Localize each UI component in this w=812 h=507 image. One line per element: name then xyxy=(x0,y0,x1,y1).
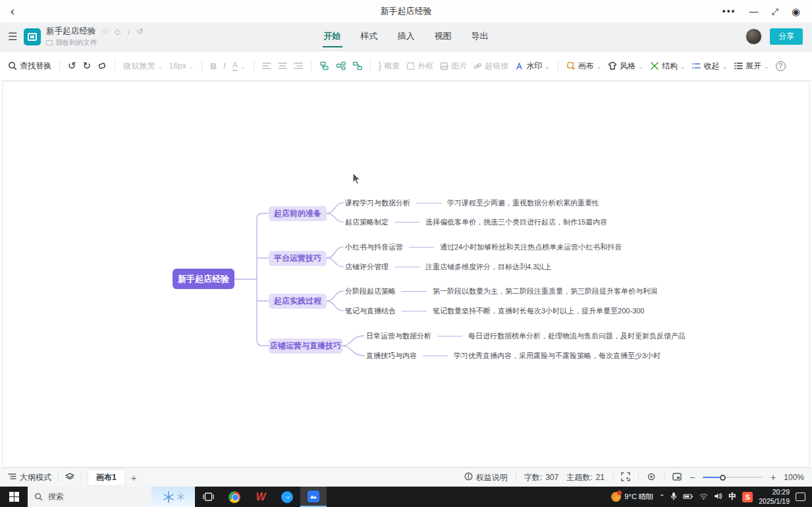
font-size-select[interactable]: 16px⌄ xyxy=(169,61,194,70)
tray-expand-icon[interactable]: ⌃ xyxy=(659,493,664,500)
subtopic-detail[interactable]: 学习课程至少两遍，重视数据分析积累的重要性 xyxy=(447,198,599,208)
clock[interactable]: 20:29 2025/1/19 xyxy=(759,488,790,505)
back-button[interactable]: ‹ xyxy=(11,5,26,18)
redo-icon[interactable]: ↻ xyxy=(83,60,92,72)
canvas-tab[interactable]: 画布1 xyxy=(88,470,124,485)
subtopic-detail[interactable]: 通过24小时加够粉丝和关注热点榜单来运营小红书和抖音 xyxy=(440,242,622,252)
align-center-icon[interactable] xyxy=(278,62,287,70)
subtopic-detail[interactable]: 每日进行数据榜单分析，处理物流与售后问题，及时更新负反馈产品 xyxy=(468,331,686,341)
ime-indicator[interactable]: 中 xyxy=(728,491,736,502)
help-icon[interactable]: ? xyxy=(776,61,786,71)
tab-start[interactable]: 开始 xyxy=(323,26,342,47)
microphone-icon[interactable] xyxy=(670,492,677,502)
weather-widget-snow[interactable] xyxy=(151,487,195,507)
font-color-button[interactable]: A⌄ xyxy=(232,61,246,71)
subtopic-label[interactable]: 小红书与抖音运营 xyxy=(345,242,403,252)
subtopic-detail[interactable]: 笔记数量坚持不断，直播时长每次3小时以上，提升单量至200-300 xyxy=(433,306,645,316)
mindmap-subtopic-row[interactable]: 小红书与抖音运营通过24小时加够粉丝和关注热点榜单来运营小红书和抖音 xyxy=(345,241,622,253)
document-location[interactable]: 我收到的文件 xyxy=(55,38,97,47)
mindmap-subtopic-row[interactable]: 笔记与直播结合笔记数量坚持不断，直播时长每次3小时以上，提升单量至200-300 xyxy=(345,305,645,317)
menu-icon[interactable]: ☰ xyxy=(8,30,17,43)
watermark-button[interactable]: 水印⌄ xyxy=(515,61,550,72)
layers-icon[interactable] xyxy=(65,473,74,483)
tag-icon[interactable]: ◇ xyxy=(115,27,121,36)
mindmap-subtopic-row[interactable]: 日常运营与数据分析每日进行数据榜单分析，处理物流与售后问题，及时更新负反馈产品 xyxy=(366,330,686,342)
subtopic-label[interactable]: 分阶段起店策略 xyxy=(345,286,396,296)
mindmap-branch-node[interactable]: 店铺运营与直播技巧 xyxy=(269,338,342,354)
fullscreen-icon[interactable] xyxy=(621,472,630,483)
add-canvas-button[interactable]: + xyxy=(131,472,137,483)
locate-center-icon[interactable] xyxy=(647,472,656,483)
zoom-slider[interactable] xyxy=(703,475,763,481)
mindmap-subtopic-row[interactable]: 直播技巧与内容学习优秀直播内容，采用露脸与不露脸策略，每次直播至少3小时 xyxy=(366,350,661,361)
tab-style[interactable]: 样式 xyxy=(360,26,379,47)
subtopic-label[interactable]: 笔记与直播结合 xyxy=(345,306,396,316)
favorite-star-icon[interactable]: ☆ xyxy=(101,27,109,36)
font-family-select[interactable]: 微软雅黑⌄ xyxy=(123,61,163,72)
align-right-icon[interactable] xyxy=(294,62,303,70)
mindmap-subtopic-row[interactable]: 课程学习与数据分析学习课程至少两遍，重视数据分析积累的重要性 xyxy=(345,197,599,209)
weather-status[interactable]: 9°C 晴朗 xyxy=(611,492,653,502)
tab-export[interactable]: 导出 xyxy=(470,26,490,47)
wifi-icon[interactable] xyxy=(699,493,708,501)
taskbar-search-input[interactable]: 搜索 xyxy=(28,487,151,507)
start-button[interactable] xyxy=(0,487,28,507)
notification-center-icon[interactable] xyxy=(796,493,805,501)
italic-button[interactable]: I xyxy=(223,61,226,71)
subtopic-label[interactable]: 起店策略制定 xyxy=(345,217,389,227)
download-icon[interactable]: ↓ xyxy=(126,27,130,36)
subtopic-detail[interactable]: 选择偏低客单价，挑选三个类目进行起店，制作15篇内容 xyxy=(425,217,607,227)
user-avatar[interactable] xyxy=(745,28,762,45)
subtopic-label[interactable]: 店铺评分管理 xyxy=(345,262,389,272)
canvas-button[interactable]: 画布⌄ xyxy=(566,61,602,72)
chrome-taskbar-icon[interactable] xyxy=(221,487,248,507)
image-button[interactable]: 图片 xyxy=(440,61,467,72)
subtopic-label[interactable]: 课程学习与数据分析 xyxy=(345,198,410,208)
rights-info-button[interactable]: 权益说明 xyxy=(464,472,508,483)
mindmap-app-taskbar-icon[interactable] xyxy=(300,487,327,507)
share-button[interactable]: 分享 xyxy=(770,28,803,45)
subtopic-detail[interactable]: 第一阶段以数量为主，第二阶段注重质量，第三阶段提升客单价与利润 xyxy=(433,286,657,296)
speaker-icon[interactable] xyxy=(714,493,722,501)
outline-mode-button[interactable]: 大纲模式 xyxy=(8,472,51,483)
sogou-input-icon[interactable]: S xyxy=(742,492,753,502)
summary-button[interactable]: }概要 xyxy=(379,61,400,72)
subtopic-label[interactable]: 日常运营与数据分析 xyxy=(366,331,431,341)
format-painter-icon[interactable] xyxy=(97,61,107,70)
subtopic-label[interactable]: 直播技巧与内容 xyxy=(366,351,417,361)
dingtalk-taskbar-icon[interactable] xyxy=(274,487,300,507)
bold-button[interactable]: B xyxy=(210,61,216,71)
subtopic-detail[interactable]: 注重店铺多维度评分，目标达到4.3以上 xyxy=(425,262,551,272)
frame-button[interactable]: 外框 xyxy=(406,61,433,72)
insert-child-node-icon[interactable] xyxy=(336,61,346,70)
collapse-button[interactable]: 收起⌄ xyxy=(691,61,727,72)
minimap-icon[interactable] xyxy=(672,473,682,483)
expand-button[interactable]: 展开⌄ xyxy=(734,61,769,72)
tab-view[interactable]: 视图 xyxy=(433,26,453,47)
restore-icon[interactable]: ⤢ xyxy=(772,7,778,16)
subtopic-detail[interactable]: 学习优秀直播内容，采用露脸与不露脸策略，每次直播至少3小时 xyxy=(454,351,661,361)
task-view-button[interactable] xyxy=(195,487,221,507)
mindmap-branch-node[interactable]: 起店实践过程 xyxy=(269,294,327,309)
insert-sibling-node-icon[interactable] xyxy=(319,61,329,70)
mindmap-canvas[interactable]: 新手起店经验 起店前的准备 平台运营技巧 起店实践过程 店铺运营与直播技巧 课程… xyxy=(2,81,810,467)
insert-parent-node-icon[interactable] xyxy=(352,61,362,70)
style-button[interactable]: 风格⌄ xyxy=(608,61,643,72)
find-replace-button[interactable]: 查找替换 xyxy=(8,61,51,72)
mindmap-subtopic-row[interactable]: 店铺评分管理注重店铺多维度评分，目标达到4.3以上 xyxy=(345,261,551,273)
zoom-in-button[interactable]: + xyxy=(771,472,776,483)
mindmap-subtopic-row[interactable]: 分阶段起店策略第一阶段以数量为主，第二阶段注重质量，第三阶段提升客单价与利润 xyxy=(345,285,657,297)
history-icon[interactable]: ↺ xyxy=(136,27,143,36)
zoom-out-button[interactable]: − xyxy=(690,472,695,483)
target-mode-icon[interactable]: ◉ xyxy=(792,7,800,16)
tab-insert[interactable]: 插入 xyxy=(396,26,416,47)
more-options-icon[interactable]: ••• xyxy=(722,7,736,16)
mindmap-branch-node[interactable]: 起店前的准备 xyxy=(269,206,327,221)
undo-icon[interactable]: ↺ xyxy=(68,60,76,72)
mindmap-root-node[interactable]: 新手起店经验 xyxy=(173,269,234,289)
hyperlink-button[interactable]: 超链接 xyxy=(474,61,508,72)
mindmap-subtopic-row[interactable]: 起店策略制定选择偏低客单价，挑选三个类目进行起店，制作15篇内容 xyxy=(345,216,607,228)
wps-taskbar-icon[interactable]: W xyxy=(248,487,274,507)
mindmap-branch-node[interactable]: 平台运营技巧 xyxy=(269,251,327,266)
battery-icon[interactable] xyxy=(683,493,693,501)
